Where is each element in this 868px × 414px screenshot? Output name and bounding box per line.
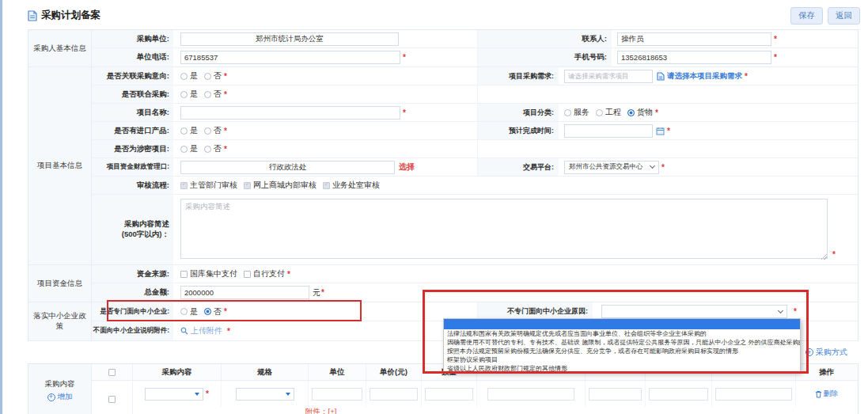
add-row-label: 增加	[58, 392, 73, 402]
secret-yes-label: 是	[190, 143, 198, 154]
row-checkbox[interactable]	[108, 396, 116, 403]
sme-attach-required: *	[227, 327, 230, 336]
fiscal-dept-select-link[interactable]: 选择	[399, 161, 415, 173]
header-content: 采购内容	[133, 364, 222, 380]
page-root: 采购计划备案 保存 返回 采购人基本信息 采购单位: 联系人: *	[0, 0, 868, 414]
upload-attachment-link[interactable]: 上传附件	[191, 325, 222, 336]
mobile-input[interactable]	[617, 51, 771, 64]
intent-no-radio[interactable]	[204, 73, 211, 80]
sme-yes-radio[interactable]	[180, 308, 188, 315]
dropdown-option[interactable]: 省级以上人民政府财政部门规定的其他情形	[444, 364, 800, 372]
contact-input[interactable]	[617, 32, 771, 46]
unit-phone-cell: *	[173, 48, 478, 66]
col10-input[interactable]	[715, 388, 792, 401]
sme-no-radio[interactable]	[204, 308, 211, 315]
delete-label: 删除	[824, 389, 839, 399]
category-service-radio[interactable]	[564, 109, 571, 116]
proj-name-input[interactable]	[180, 106, 400, 120]
dropdown-option[interactable]: 法律法规和国家有关政策明确规定优先或者应当面向事业单位、社会组织等非企业主体采购…	[444, 329, 800, 338]
joint-empty-cell	[478, 85, 858, 103]
purchase-unit-input[interactable]	[180, 32, 399, 46]
document-icon	[28, 10, 37, 21]
unit-phone-label: 单位电话:	[92, 48, 173, 66]
fund-treasury-checkbox[interactable]	[180, 271, 188, 278]
content-select[interactable]	[145, 388, 203, 401]
category-service-label: 服务	[574, 107, 589, 118]
platform-value: 郑州市公共资源交易中心	[569, 162, 643, 172]
delete-row-link[interactable]: 删除	[815, 389, 839, 399]
unit-price-input[interactable]	[370, 388, 418, 401]
chevron-down-icon	[778, 307, 783, 313]
col9-input[interactable]	[649, 388, 708, 401]
total-input[interactable]	[180, 286, 309, 299]
demand-label: 项目采购需求:	[478, 67, 559, 85]
platform-select[interactable]: 郑州市公共资源交易中心	[564, 161, 659, 174]
secret-no-label: 否	[214, 143, 222, 154]
dropdown-option-blank[interactable]	[444, 319, 800, 329]
fiscal-dept-input[interactable]	[180, 161, 395, 174]
intent-required: *	[224, 72, 227, 81]
secret-no-radio[interactable]	[204, 146, 211, 153]
unit-phone-input[interactable]	[180, 51, 400, 64]
title-wrap: 采购计划备案	[28, 9, 100, 22]
spec-select[interactable]	[236, 388, 294, 401]
header-spec: 规格	[222, 364, 309, 380]
calendar-icon[interactable]	[656, 127, 665, 135]
attachment-add-link[interactable]: 附件：[+]	[305, 407, 336, 414]
import-no-radio[interactable]	[204, 127, 211, 135]
mobile-cell: *	[612, 48, 858, 66]
joint-required: *	[224, 90, 227, 99]
row-fiscal-dept: 项目资金财政管理口: 选择 交易平台: 郑州市公共资源交易中心 *	[92, 158, 858, 177]
file-select-icon[interactable]	[657, 72, 665, 81]
section-label-content: 采购内容 + 增加	[28, 364, 92, 414]
select-all-checkbox[interactable]	[108, 369, 116, 376]
section-label-sme: 落实中小企业政策	[28, 302, 92, 340]
secret-yes-radio[interactable]	[180, 146, 188, 153]
sme-reason-required: *	[794, 307, 797, 316]
col8-input[interactable]	[589, 388, 642, 401]
back-button[interactable]: 返回	[828, 7, 860, 25]
quantity-input[interactable]	[425, 388, 473, 401]
joint-yes-radio[interactable]	[180, 91, 188, 98]
joint-label: 是否联合采购:	[92, 85, 173, 103]
save-button[interactable]: 保存	[790, 7, 823, 25]
import-yes-radio[interactable]	[180, 127, 188, 135]
finish-time-cell: *	[559, 122, 858, 139]
unit-input[interactable]	[312, 388, 362, 401]
purchase-method-link[interactable]: + 采购方式	[805, 347, 847, 358]
proj-name-label: 项目名称:	[92, 104, 173, 121]
category-cell: 服务 工程 货物 *	[559, 104, 858, 121]
row-inputs: *	[133, 381, 858, 407]
import-yes-label: 是	[190, 125, 198, 136]
header-actions: 操作	[796, 364, 857, 380]
review-office-checkbox	[323, 182, 330, 189]
contact-required: *	[774, 35, 777, 44]
dropdown-option[interactable]: 因确需使用不可替代的专利、专有技术、基础设 施限制，或者提供特定公共服务等原因，…	[444, 338, 800, 347]
fund-self-checkbox[interactable]	[244, 271, 251, 278]
intent-no-label: 否	[214, 70, 222, 82]
review-mall-label: 网上商城内部审核	[253, 180, 316, 191]
intent-yes-radio[interactable]	[180, 73, 188, 80]
fund-self-label: 自行支付	[253, 268, 285, 279]
import-required: *	[224, 127, 227, 135]
resize-grip-icon[interactable]	[821, 253, 827, 260]
page-title: 采购计划备案	[41, 9, 100, 22]
magnifier-icon[interactable]	[180, 327, 188, 335]
category-engineering-radio[interactable]	[596, 109, 603, 116]
category-goods-radio[interactable]	[627, 109, 635, 116]
row-unit-phone: 单位电话: * 手机号码: *	[92, 48, 858, 66]
summary-textarea[interactable]	[180, 199, 828, 259]
total-unit: 元	[313, 287, 320, 298]
demand-select-link[interactable]: 请选择本项目采购需求	[667, 71, 742, 82]
col7-input[interactable]	[487, 388, 574, 401]
sme-reason-select[interactable]	[601, 305, 787, 318]
row-import: 是否有进口产品: 是 否 * 预计完成时间: *	[92, 122, 858, 140]
dropdown-option[interactable]: 框架协议采购项目	[444, 355, 800, 364]
dropdown-option[interactable]: 按照本办法规定预留采购份额无法确保充分供应、充分竞争，或者存在可能影响政府采购目…	[444, 347, 800, 355]
col9-input-cell	[646, 381, 712, 407]
add-row-link[interactable]: + 增加	[47, 392, 73, 402]
circle-plus-icon: +	[805, 348, 813, 356]
demand-input[interactable]	[564, 70, 653, 83]
finish-time-input[interactable]	[564, 124, 653, 138]
joint-no-radio[interactable]	[204, 91, 211, 98]
